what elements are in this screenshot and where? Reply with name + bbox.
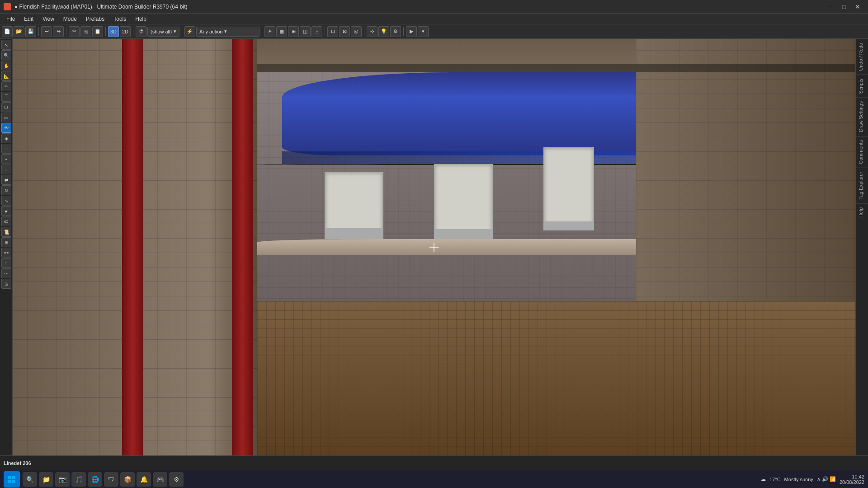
panel-help[interactable]: Help	[856, 203, 868, 221]
minimize-button[interactable]: ─	[824, 0, 837, 14]
tb-sep-8	[364, 27, 364, 36]
close-button[interactable]: ✕	[851, 0, 864, 14]
lt-dots[interactable]: ⋯	[1, 268, 11, 278]
panel-undo-redo[interactable]: Undo / Redo	[856, 39, 868, 75]
menu-tools[interactable]: Tools	[109, 15, 131, 23]
lt-sector[interactable]: ⬡	[1, 102, 11, 112]
task-time-date: 10:42 20/08/2022	[840, 474, 864, 485]
maximize-button[interactable]: □	[837, 0, 851, 14]
title-bar: ● Fiendish Facility.wad (MAP01) - Ultima…	[0, 0, 868, 14]
task-time: 10:42	[840, 474, 864, 479]
lt-measure[interactable]: 📐	[1, 71, 11, 81]
toolbar: 📄 📂 💾 ↩ ↪ ✂ ⎘ 📋 3D 2D ⚗ (show all) ▾ ⚡ A…	[0, 24, 868, 39]
new-button[interactable]: 📄	[2, 26, 13, 37]
redo-button[interactable]: ↪	[53, 26, 64, 37]
taskbar-app6[interactable]: 🎮	[153, 472, 167, 487]
lt-cursor[interactable]: ↖	[1, 40, 11, 50]
taskbar-app1[interactable]: 📷	[55, 472, 70, 487]
view-grid[interactable]: ▦	[276, 26, 287, 37]
viewport[interactable]	[13, 39, 855, 455]
lt-rotate[interactable]: ↻	[1, 185, 11, 195]
taskbar-app4[interactable]: 📦	[120, 472, 135, 487]
panel-tag-explorer[interactable]: Tag Explorer	[856, 168, 868, 203]
bottom-info-bar: Linedef 206	[0, 455, 868, 470]
scene-window-3	[543, 147, 594, 230]
filter-dropdown[interactable]: (show all) ▾	[147, 27, 179, 37]
menu-prefabs[interactable]: Prefabs	[81, 15, 109, 23]
lt-eye[interactable]: 👓	[1, 248, 11, 258]
lt-circle[interactable]: ○	[1, 258, 11, 268]
panel-scripts[interactable]: Scripts	[856, 75, 868, 98]
play-btn[interactable]: ▶	[406, 26, 417, 37]
cut-button[interactable]: ✂	[69, 26, 80, 37]
taskbar-app3[interactable]: 🛡	[104, 472, 118, 487]
view-overlay[interactable]: ⊞	[288, 26, 299, 37]
copy-button[interactable]: ⎘	[80, 26, 91, 37]
taskbar-browser[interactable]: 🌐	[88, 472, 102, 487]
open-button[interactable]: 📂	[14, 26, 24, 37]
snap-grid[interactable]: ⊹	[367, 26, 377, 37]
lt-tag[interactable]: 🏷	[1, 216, 11, 226]
panel-comments[interactable]: Comments	[856, 136, 868, 168]
tb-sep-9	[403, 27, 404, 36]
zoom-sector[interactable]: ⊠	[339, 26, 350, 37]
menu-help[interactable]: Help	[131, 15, 151, 23]
lt-3d[interactable]: 👁	[1, 123, 11, 133]
menu-file[interactable]: File	[2, 15, 19, 23]
taskbar-search[interactable]: 🔍	[23, 472, 37, 487]
menu-mode[interactable]: Mode	[59, 15, 81, 23]
zoom-thing[interactable]: ◎	[351, 26, 362, 37]
3d-scene[interactable]	[13, 39, 855, 455]
mode-2d-button[interactable]: 2D	[120, 26, 131, 37]
mode-3d-button[interactable]: 3D	[108, 26, 119, 37]
lt-vertex[interactable]: •	[1, 154, 11, 164]
lt-script[interactable]: 📜	[1, 227, 11, 237]
lt-scale-mode[interactable]: ⤡	[1, 196, 11, 206]
play-opts[interactable]: ▾	[418, 26, 429, 37]
taskbar-files[interactable]: 📁	[39, 472, 53, 487]
lt-effect[interactable]: ★	[1, 206, 11, 216]
lt-layer[interactable]: ⊞	[1, 237, 11, 247]
linedef-label: Linedef 206	[4, 460, 31, 466]
view-tex[interactable]: ◫	[300, 26, 311, 37]
menu-view[interactable]: View	[38, 15, 59, 23]
taskbar-app7[interactable]: ⚙	[169, 472, 184, 487]
lt-scroll[interactable]: ✋	[1, 61, 11, 70]
lt-curve[interactable]: ⌒	[1, 92, 11, 102]
tray-weather: ☁	[761, 476, 766, 482]
start-button[interactable]	[4, 471, 20, 488]
settings-btn[interactable]: ⚙	[390, 26, 401, 37]
lt-linedef[interactable]: ─	[1, 144, 11, 154]
light-btn[interactable]: 💡	[378, 26, 389, 37]
taskbar-app2[interactable]: 🎵	[71, 472, 86, 487]
svg-rect-1	[12, 476, 15, 479]
save-button[interactable]: 💾	[25, 26, 36, 37]
lt-flip[interactable]: ↔	[1, 164, 11, 174]
system-tray: ☁ 17°C Mostly sunny ∧ 🔊 📶 10:42 20/08/20…	[761, 474, 864, 485]
lt-zoom[interactable]: 🔍	[1, 50, 11, 60]
lt-draw[interactable]: ✏	[1, 81, 11, 91]
taskbar-app5[interactable]: 🔔	[137, 472, 151, 487]
zoom-fit[interactable]: ⊡	[327, 26, 338, 37]
lt-resize[interactable]: ⇲	[1, 279, 11, 289]
undo-button[interactable]: ↩	[41, 26, 52, 37]
lt-mirror[interactable]: ⇌	[1, 175, 11, 185]
taskbar: 🔍 📁 📷 🎵 🌐 🛡 📦 🔔 🎮 ⚙ ☁ 17°C Mostly sunny …	[0, 470, 868, 488]
lt-thing[interactable]: ◈	[1, 133, 11, 143]
lt-rectangle[interactable]: ▭	[1, 113, 11, 122]
tb-sep-5	[182, 27, 182, 36]
scene-window-2	[434, 164, 493, 239]
paste-button[interactable]: 📋	[92, 26, 103, 37]
action-dropdown[interactable]: Any action ▾	[196, 27, 259, 37]
scene-dark-strip	[518, 39, 855, 101]
menu-edit[interactable]: Edit	[19, 15, 38, 23]
filter-icon: ⚗	[136, 26, 146, 37]
panel-draw-settings[interactable]: Draw Settings	[856, 97, 868, 136]
tray-temp: 17°C	[769, 477, 781, 482]
window-sill-3	[544, 221, 593, 230]
title-text: ● Fiendish Facility.wad (MAP01) - Ultima…	[14, 4, 824, 10]
right-panels: Undo / Redo Scripts Draw Settings Commen…	[855, 39, 868, 455]
view-bright[interactable]: ☀	[264, 26, 275, 37]
tb-sep-2	[66, 27, 66, 36]
view-ceil[interactable]: ⌂	[311, 26, 322, 37]
